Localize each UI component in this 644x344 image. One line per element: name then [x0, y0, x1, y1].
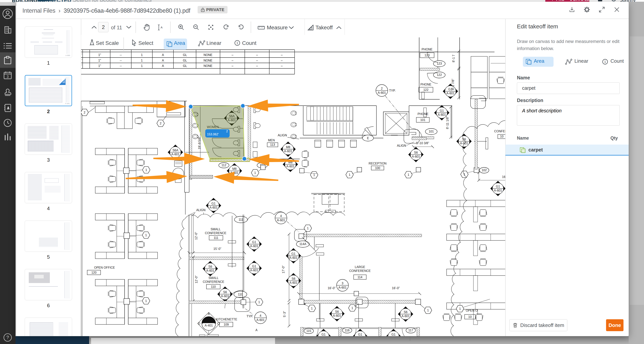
svg-text:S6: S6	[404, 310, 408, 314]
svg-text:ALIGN: ALIGN	[278, 134, 287, 137]
svg-text:S6: S6	[414, 151, 418, 154]
svg-text:101: 101	[420, 118, 426, 122]
svg-text:A: A	[162, 59, 164, 62]
svg-text:G1: G1	[322, 333, 326, 336]
svg-text:8’-1 7: 8’-1 7	[452, 55, 455, 62]
svg-text:G1: G1	[252, 265, 256, 268]
svg-text:110: 110	[238, 293, 243, 296]
svg-text:100: 100	[375, 166, 380, 170]
svg-text:111: 111	[214, 236, 218, 239]
svg-text:102: 102	[482, 169, 487, 172]
svg-text:12’-0”: 12’-0”	[194, 232, 198, 240]
svg-text:D: D	[198, 322, 200, 325]
svg-text:M8: M8	[286, 146, 290, 149]
svg-text:–: –	[232, 53, 234, 57]
svg-text:PHONE: PHONE	[420, 83, 432, 86]
svg-text:A: A	[208, 312, 210, 316]
svg-text:RECEPTION: RECEPTION	[368, 162, 386, 165]
svg-text:–: –	[281, 53, 283, 57]
svg-text:PHONE: PHONE	[422, 48, 432, 51]
svg-text:A-601: A-601	[290, 256, 298, 259]
svg-text:122: 122	[437, 73, 442, 77]
svg-text:TYP.: TYP.	[389, 89, 396, 92]
svg-text:A-601: A-601	[402, 314, 410, 318]
svg-text:GL: GL	[183, 64, 187, 68]
svg-text:122: 122	[424, 88, 428, 92]
svg-text:1: 1	[258, 300, 260, 304]
svg-text:12’-0”: 12’-0”	[195, 275, 198, 283]
svg-text:1: 1	[254, 171, 256, 174]
svg-text:1: 1	[604, 60, 606, 64]
svg-text:–: –	[256, 53, 258, 57]
svg-text:A-601: A-601	[256, 318, 265, 321]
svg-text:A-601: A-601	[286, 165, 294, 168]
svg-text:2: 2	[84, 111, 86, 114]
svg-text:E: E	[367, 137, 369, 140]
svg-text:1: 1	[307, 227, 309, 230]
svg-text:2: 2	[226, 130, 228, 133]
svg-text:109: 109	[224, 323, 229, 326]
svg-text:120: 120	[92, 271, 96, 274]
svg-text:ALIGN: ALIGN	[397, 144, 406, 147]
svg-text:A: A	[162, 64, 164, 68]
svg-text:A-601: A-601	[221, 294, 229, 298]
svg-text:GL: GL	[183, 59, 187, 62]
svg-text:TYP.: TYP.	[246, 315, 253, 318]
svg-text:A-601: A-601	[378, 91, 386, 94]
svg-text:A-601: A-601	[333, 314, 341, 317]
svg-text:CONFER: CONFER	[494, 130, 505, 133]
svg-text:': '	[82, 59, 82, 62]
svg-text:S6: S6	[223, 290, 227, 294]
svg-text:1: 1	[145, 234, 147, 237]
svg-text:1": 1"	[98, 64, 101, 68]
svg-text:10: 10	[500, 135, 504, 138]
svg-text:1: 1	[311, 307, 313, 310]
svg-text:1: 1	[314, 173, 315, 177]
svg-text:A-601: A-601	[438, 113, 446, 116]
svg-text:3: 3	[342, 282, 344, 285]
svg-text:113: 113	[270, 143, 275, 146]
svg-text:123: 123	[437, 62, 442, 65]
svg-text:4: 4	[260, 314, 262, 317]
svg-text:A-601: A-601	[290, 281, 298, 284]
svg-text:G1: G1	[440, 109, 444, 112]
svg-text:A-601: A-601	[277, 219, 285, 222]
svg-text:123: 123	[424, 54, 430, 57]
svg-text:4: 4	[280, 214, 282, 218]
svg-text:117: 117	[408, 329, 413, 332]
svg-text:--: --	[120, 53, 122, 57]
svg-text:S6: S6	[208, 265, 212, 268]
svg-text:KITCHENETTE: KITCHENETTE	[216, 318, 237, 321]
svg-text:1: 1	[141, 59, 143, 62]
svg-text:16’: 16’	[502, 175, 505, 179]
svg-text:–: –	[232, 59, 234, 62]
svg-text:PHONE: PHONE	[418, 112, 428, 116]
svg-text:A-601: A-601	[250, 269, 258, 272]
svg-text:A-601: A-601	[338, 286, 347, 289]
svg-text:101: 101	[429, 130, 434, 133]
svg-text:NONE: NONE	[204, 64, 212, 68]
svg-text:LARGE: LARGE	[355, 265, 365, 269]
svg-text:–: –	[256, 59, 258, 62]
svg-text:A-601: A-601	[284, 150, 292, 153]
svg-text:S6: S6	[335, 310, 339, 313]
svg-text:A-601: A-601	[210, 206, 218, 209]
svg-text:114: 114	[358, 275, 362, 279]
svg-text:S6A: S6A	[172, 149, 178, 152]
svg-text:153.062': 153.062'	[207, 133, 219, 136]
svg-text:–: –	[281, 59, 283, 62]
svg-text:': '	[82, 53, 82, 57]
svg-text:A-601: A-601	[250, 244, 258, 248]
svg-text:1: 1	[146, 168, 147, 172]
svg-text:3: 3	[7, 75, 8, 79]
svg-text:OPEN O: OPEN O	[466, 309, 478, 312]
svg-text:GL: GL	[183, 53, 187, 57]
svg-text:5’-3”: 5’-3”	[283, 311, 286, 317]
svg-text:CONFERENCE: CONFERENCE	[349, 269, 371, 272]
svg-text:–: –	[232, 64, 234, 68]
svg-text:111: 111	[239, 218, 243, 221]
svg-text:116: 116	[344, 329, 350, 332]
svg-text:1: 1	[352, 306, 353, 310]
svg-text:A-601: A-601	[494, 189, 502, 192]
svg-text:CONFERENCE: CONFERENCE	[205, 231, 226, 235]
